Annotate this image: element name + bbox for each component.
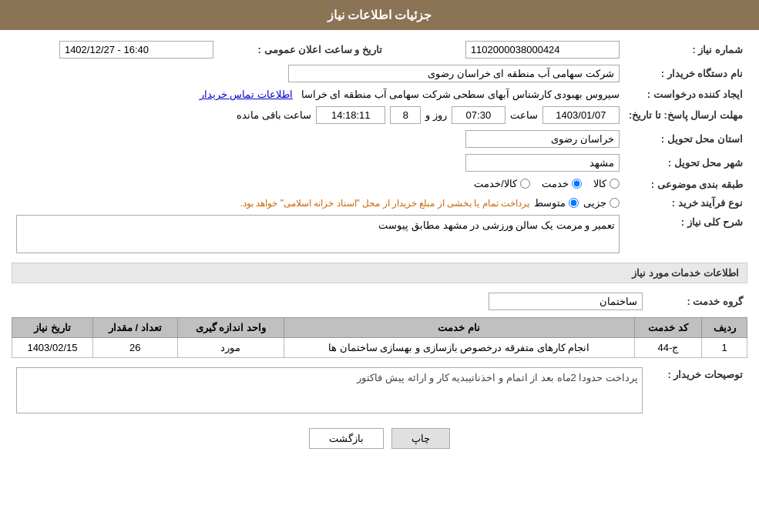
services-table-header: ردیف کد خدمت نام خدمت واحد اندازه گیری ت… xyxy=(12,318,747,338)
need-number-value: 1102000038000424 xyxy=(418,38,624,62)
cell-code: ج-44 xyxy=(634,338,702,358)
time-label: ساعت xyxy=(510,109,538,121)
category-radio-kala[interactable] xyxy=(610,179,620,189)
response-remaining-field: 14:18:11 xyxy=(316,106,385,124)
buyer-notes-row: توصیحات خریدار : پرداخت حدودا 2ماه بعد ا… xyxy=(12,364,747,417)
category-radio-group: کالا خدمت کالا/خدمت xyxy=(474,178,620,189)
buyer-org-label: نام دستگاه خریدار : xyxy=(624,62,747,85)
process-type-row: نوع فرآیند خرید : جزیی متوسط پرداخت xyxy=(12,194,747,212)
announce-date-label: تاریخ و ساعت اعلان عمومی : xyxy=(218,38,387,62)
process-label-motavasset: متوسط xyxy=(534,197,566,209)
category-option-kala: کالا xyxy=(593,178,620,189)
services-section-title: اطلاعات خدمات مورد نیاز xyxy=(12,263,747,283)
buyer-notes-table: توصیحات خریدار : پرداخت حدودا 2ماه بعد ا… xyxy=(12,364,747,417)
province-field: خراسان رضوی xyxy=(465,130,620,148)
need-desc-row: شرح کلی نیاز : تعمیر و مرمت یک سالن ورزش… xyxy=(12,212,747,256)
city-label: شهر محل تحویل : xyxy=(624,151,747,175)
process-label-jozi: جزیی xyxy=(583,197,606,209)
need-desc-value: تعمیر و مرمت یک سالن ورزشی در مشهد مطابق… xyxy=(378,219,615,231)
category-label-kala: کالا xyxy=(593,178,606,189)
creator-value: سیروس بهبودی کارشناس آبهای سطحی شرکت سها… xyxy=(301,89,620,100)
service-group-field: ساختمان xyxy=(489,293,643,310)
service-group-row: گروه خدمت : ساختمان xyxy=(12,289,747,313)
col-code: کد خدمت xyxy=(634,318,702,338)
back-button[interactable]: بازگشت xyxy=(309,428,384,449)
header-title: جزئیات اطلاعات نیاز xyxy=(327,8,432,22)
button-row: چاپ بازگشت xyxy=(12,428,747,449)
cell-row: 1 xyxy=(702,338,747,358)
creator-label: ایجاد کننده درخواست : xyxy=(624,85,747,103)
need-desc-wrapper: تعمیر و مرمت یک سالن ورزشی در مشهد مطابق… xyxy=(16,215,620,253)
category-label: طبقه بندی موضوعی : xyxy=(624,175,747,194)
days-label: روز و xyxy=(425,109,447,121)
cell-quantity: 26 xyxy=(92,338,177,358)
service-group-table: گروه خدمت : ساختمان xyxy=(12,289,747,313)
response-time-field: 07:30 xyxy=(452,106,505,124)
need-number-field: 1102000038000424 xyxy=(465,41,620,59)
page-content: شماره نیاز : 1102000038000424 تاریخ و سا… xyxy=(0,30,759,468)
col-quantity: تعداد / مقدار xyxy=(92,318,177,338)
col-date: تاریخ نیاز xyxy=(12,318,93,338)
category-radio-khedmat[interactable] xyxy=(572,179,582,189)
category-row: طبقه بندی موضوعی : کالا خدمت xyxy=(12,175,747,194)
process-type-group: جزیی متوسط پرداخت تمام یا بخشی از مبلغ خ… xyxy=(16,197,620,209)
response-days-field: 8 xyxy=(390,106,421,124)
cell-unit: مورد xyxy=(177,338,284,358)
city-row: شهر محل تحویل : مشهد xyxy=(12,151,747,175)
category-radio-kala-khedmat[interactable] xyxy=(520,179,530,189)
process-option-jozi: جزیی xyxy=(583,197,620,209)
response-deadline-row: مهلت ارسال پاسخ: تا تاریخ: 1403/01/07 سا… xyxy=(12,103,747,127)
process-radio-jozi[interactable] xyxy=(610,198,620,208)
category-option-kala-khedmat: کالا/خدمت xyxy=(474,178,530,189)
cell-name: انجام کارهای متفرقه درخصوص بازسازی و بهس… xyxy=(284,338,634,358)
need-number-row: شماره نیاز : 1102000038000424 تاریخ و سا… xyxy=(12,38,747,62)
col-unit: واحد اندازه گیری xyxy=(177,318,284,338)
buyer-notes-value: پرداخت حدودا 2ماه بعد از اتمام و اخذناتی… xyxy=(357,372,638,383)
col-row: ردیف xyxy=(702,318,747,338)
category-label-kala-khedmat: کالا/خدمت xyxy=(474,178,517,189)
process-radio-motavasset[interactable] xyxy=(569,198,579,208)
buyer-org-field: شرکت سهامی آب منطقه ای خراسان رضوی xyxy=(288,65,620,82)
province-label: استان محل تحویل : xyxy=(624,127,747,151)
response-deadline-label: مهلت ارسال پاسخ: تا تاریخ: xyxy=(624,103,747,127)
services-table: ردیف کد خدمت نام خدمت واحد اندازه گیری ت… xyxy=(12,317,747,358)
creator-row: ایجاد کننده درخواست : سیروس بهبودی کارشن… xyxy=(12,85,747,103)
province-row: استان محل تحویل : خراسان رضوی xyxy=(12,127,747,151)
print-button[interactable]: چاپ xyxy=(391,428,450,449)
creator-contact-link[interactable]: اطلاعات تماس خریدار xyxy=(200,89,293,100)
process-note: پرداخت تمام یا بخشی از مبلغ خریدار از مح… xyxy=(240,198,529,209)
cell-date: 1403/02/15 xyxy=(12,338,93,358)
remaining-label: ساعت باقی مانده xyxy=(237,109,311,121)
main-info-table: شماره نیاز : 1102000038000424 تاریخ و سا… xyxy=(12,38,747,256)
announce-date-value: 1402/12/27 - 16:40 xyxy=(12,38,218,62)
category-label-khedmat: خدمت xyxy=(542,178,569,189)
response-deadline-fields: 1403/01/07 ساعت 07:30 روز و 8 14:18:11 س… xyxy=(16,106,620,124)
response-date-field: 1403/01/07 xyxy=(542,106,620,124)
need-number-label: شماره نیاز : xyxy=(624,38,747,62)
need-desc-label: شرح کلی نیاز : xyxy=(624,212,747,256)
col-name: نام خدمت xyxy=(284,318,634,338)
buyer-org-row: نام دستگاه خریدار : شرکت سهامی آب منطقه … xyxy=(12,62,747,85)
city-field: مشهد xyxy=(465,154,620,172)
buyer-notes-wrapper: پرداخت حدودا 2ماه بعد از اتمام و اخذناتی… xyxy=(16,367,643,413)
process-type-label: نوع فرآیند خرید : xyxy=(624,194,747,212)
buyer-notes-label: توصیحات خریدار : xyxy=(647,364,747,417)
table-row: 1 ج-44 انجام کارهای متفرقه درخصوص بازساز… xyxy=(12,338,747,358)
page-wrapper: جزئیات اطلاعات نیاز شماره نیاز : 1102000… xyxy=(0,0,759,532)
category-option-khedmat: خدمت xyxy=(542,178,582,189)
process-option-motavasset: متوسط xyxy=(534,197,579,209)
announce-date-field: 1402/12/27 - 16:40 xyxy=(59,41,213,59)
page-header: جزئیات اطلاعات نیاز xyxy=(0,0,759,30)
service-group-label: گروه خدمت : xyxy=(647,289,747,313)
